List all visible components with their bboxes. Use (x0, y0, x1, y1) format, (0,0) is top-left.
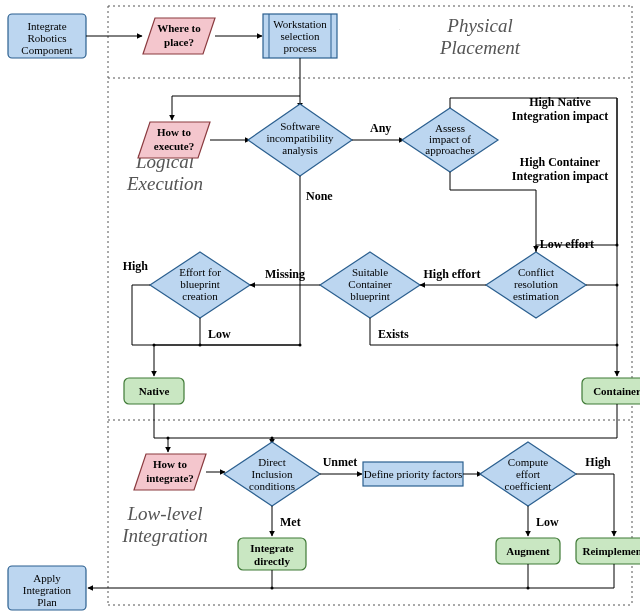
node-workstation-l1: Workstation (273, 18, 327, 30)
node-howexec-l1: How to (157, 126, 191, 138)
node-sw-l2: incompatibility (266, 132, 334, 144)
edge-label-highnative1: High Native (529, 95, 591, 109)
node-effort-l2: blueprint (180, 278, 220, 290)
node-intdirect-l2: directly (254, 555, 290, 567)
svg-point-9 (299, 344, 302, 347)
svg-point-5 (616, 244, 619, 247)
node-conflict-l2: resolution (514, 278, 558, 290)
edge-label-high: High (123, 259, 149, 273)
node-direct-l3: conditions (249, 480, 295, 492)
node-conflict-l1: Conflict (518, 266, 554, 278)
node-workstation-l3: process (284, 42, 317, 54)
edge-label-highcont2: Integration impact (512, 169, 608, 183)
edge-label-none: None (306, 189, 333, 203)
edge-label-low2: Low (536, 515, 559, 529)
node-integrate-robotics-l2: Robotics (27, 32, 66, 44)
node-sw-l3: analysis (282, 144, 317, 156)
section-physical-title2: Placement (439, 37, 521, 58)
node-conflict-l3: estimation (513, 290, 559, 302)
edge-label-high2: High (585, 455, 611, 469)
svg-point-13 (271, 587, 274, 590)
section-lowlevel-title1: Low-level (127, 503, 203, 524)
node-suitable-l1: Suitable (352, 266, 388, 278)
node-compute-l2: effort (516, 468, 540, 480)
section-physical-title1: Physical (446, 15, 512, 36)
edge-label-unmet: Unmet (323, 455, 358, 469)
edge-label-highcont1: High Container (520, 155, 601, 169)
svg-point-10 (167, 437, 170, 440)
node-define-priority-label: Define priority factors (364, 468, 462, 480)
node-apply-l3: Plan (37, 596, 57, 608)
svg-point-12 (527, 587, 530, 590)
edge-workstation-to-howexecute (172, 58, 300, 120)
edge-label-loweffort: Low effort (540, 237, 594, 251)
node-reimplement-label: Reimplement (583, 545, 640, 557)
node-compute-l1: Compute (508, 456, 548, 468)
edge-label-any: Any (370, 121, 391, 135)
edge-label-higheffort: High effort (424, 267, 481, 281)
edge-terminals-to-apply (88, 570, 272, 588)
edge-label-met: Met (280, 515, 301, 529)
node-where-l2: place? (164, 36, 194, 48)
svg-point-4 (616, 284, 619, 287)
section-lowlevel-title2: Integration (121, 525, 208, 546)
svg-point-11 (271, 437, 274, 440)
node-howint-l2: integrate? (146, 472, 194, 484)
node-apply-l1: Apply (33, 572, 61, 584)
edge-label-missing: Missing (265, 267, 305, 281)
node-effort-l3: creation (182, 290, 218, 302)
node-compute-l3: coefficient (505, 480, 552, 492)
svg-point-6 (616, 344, 619, 347)
edge-augment-merge (272, 564, 528, 588)
node-integrate-robotics-l1: Integrate (27, 20, 66, 32)
node-assess-l3: approaches (425, 144, 474, 156)
node-sw-l1: Software (280, 120, 320, 132)
edge-assess-high-container (450, 172, 536, 251)
edge-native-container-merge (154, 404, 617, 438)
node-direct-l1: Direct (258, 456, 285, 468)
node-workstation-l2: selection (280, 30, 320, 42)
edge-label-highnative2: Integration impact (512, 109, 608, 123)
node-howexec-l2: execute? (154, 140, 194, 152)
node-integrate-robotics-l3: Component (21, 44, 72, 56)
edge-none-to-native (154, 238, 300, 376)
node-suitable-l3: blueprint (350, 290, 390, 302)
node-direct-l2: Inclusion (252, 468, 293, 480)
node-native-label: Native (139, 385, 170, 397)
edge-reimplement-merge (528, 564, 614, 588)
node-effort-l1: Effort for (179, 266, 221, 278)
node-suitable-l2: Container (348, 278, 392, 290)
edge-compute-high (576, 474, 614, 536)
node-where-l1: Where to (157, 22, 201, 34)
edge-label-low: Low (208, 327, 231, 341)
section-logical-title2: Execution (126, 173, 203, 194)
node-augment-label: Augment (506, 545, 550, 557)
node-container-label: Container (593, 385, 640, 397)
node-intdirect-l1: Integrate (250, 542, 293, 554)
node-apply-l2: Integration (23, 584, 72, 596)
node-howint-l1: How to (153, 458, 187, 470)
edge-label-exists: Exists (378, 327, 409, 341)
